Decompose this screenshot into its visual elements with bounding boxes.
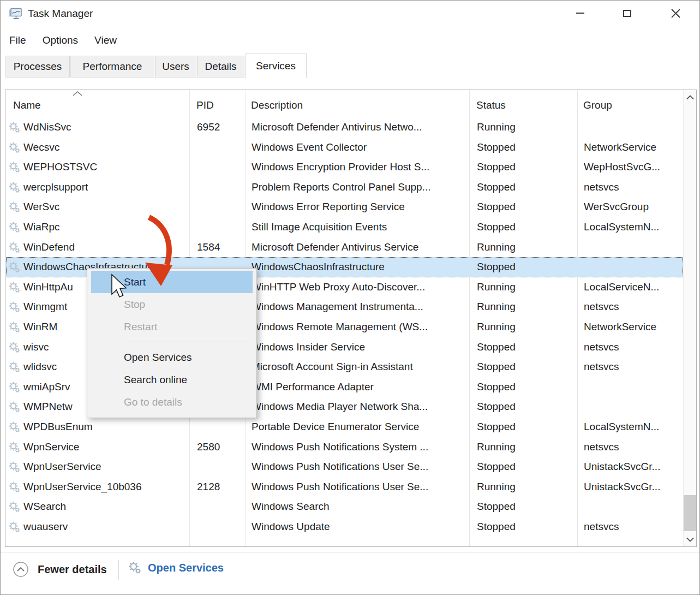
table-row[interactable]: WpnUserServiceWindows Push Notifications… [6, 457, 683, 477]
tab-bar: Processes Performance Users Details Serv… [1, 53, 699, 78]
service-description: Windows Search [252, 497, 469, 517]
vertical-scrollbar[interactable] [683, 90, 696, 546]
menu-item-file[interactable]: File [9, 34, 26, 46]
table-row[interactable]: WerSvcWindows Error Reporting ServiceSto… [6, 197, 683, 217]
service-status: Stopped [477, 138, 575, 158]
service-description: Portable Device Enumerator Service [252, 417, 469, 437]
tab-performance[interactable]: Performance [70, 56, 154, 78]
service-pid [197, 217, 243, 237]
table-row[interactable]: WEPHOSTSVCWindows Encryption Provider Ho… [6, 157, 683, 177]
service-pid [197, 517, 243, 537]
table-row[interactable]: WPDBusEnumPortable Device Enumerator Ser… [6, 417, 683, 437]
table-row[interactable]: WSearchWindows SearchStopped [6, 497, 683, 517]
open-services-link[interactable]: Open Services [128, 561, 224, 574]
service-status: Running [477, 277, 575, 297]
gear-icon [9, 357, 22, 377]
service-pid [197, 417, 243, 437]
column-header-name[interactable]: Name [13, 90, 41, 117]
table-row[interactable]: wuauservWindows UpdateStoppednetsvcs [6, 517, 683, 537]
service-status: Running [477, 297, 575, 317]
service-name: WerSvc [23, 197, 187, 217]
context-menu-item-search-online[interactable]: Search online [91, 368, 253, 391]
menu-item-view[interactable]: View [94, 34, 117, 46]
service-name: wercplsupport [23, 177, 187, 198]
task-manager-app-icon [8, 7, 22, 21]
sort-ascending-icon [72, 91, 83, 97]
gear-icon [9, 197, 22, 217]
footer-divider [118, 560, 119, 580]
service-group: netsvcs [584, 357, 682, 377]
open-services-label: Open Services [148, 562, 224, 574]
gear-icon [9, 517, 22, 537]
service-group [584, 397, 682, 417]
fewer-details-button[interactable]: Fewer details [13, 561, 107, 578]
gear-icon [9, 437, 22, 457]
gear-icon [9, 297, 22, 317]
gear-icon [9, 217, 22, 237]
tab-services[interactable]: Services [245, 53, 307, 78]
service-name: WinDefend [23, 237, 187, 258]
context-menu-item-start[interactable]: Start [91, 271, 253, 293]
context-menu-item-go-to-details: Go to details [91, 391, 253, 413]
service-status: Stopped [477, 397, 575, 417]
table-row[interactable]: WpnService2580Windows Push Notifications… [6, 437, 683, 457]
service-description: Windows Insider Service [252, 337, 469, 358]
table-row[interactable]: WdNisSvc6952Microsoft Defender Antivirus… [6, 117, 683, 138]
service-group: UnistackSvcGr... [584, 457, 682, 477]
service-group: NetworkService [584, 138, 682, 158]
menu-item-options[interactable]: Options [43, 34, 78, 46]
gear-icon [9, 397, 22, 417]
gear-icon [9, 117, 22, 138]
service-group: NetworkService [584, 317, 682, 337]
service-group: netsvcs [584, 297, 682, 317]
service-group: netsvcs [584, 437, 682, 457]
column-header-group[interactable]: Group [583, 90, 612, 117]
service-name: WEPHOSTSVC [23, 157, 187, 177]
table-row[interactable]: wercplsupportProblem Reports Control Pan… [6, 177, 683, 198]
context-menu-item-open-services[interactable]: Open Services [91, 346, 253, 368]
service-name: WpnUserService [23, 457, 187, 477]
service-description: WinHTTP Web Proxy Auto-Discover... [252, 277, 469, 297]
service-status: Running [477, 437, 575, 457]
scroll-down-button[interactable] [684, 532, 696, 546]
service-group: UnistackSvcGr... [584, 477, 682, 497]
gear-icon [9, 377, 22, 397]
column-header-pid[interactable]: PID [196, 90, 214, 117]
gear-icon [9, 497, 22, 517]
close-button[interactable] [663, 4, 688, 22]
gear-icon [9, 157, 22, 177]
service-group: netsvcs [584, 517, 682, 537]
service-status: Running [477, 477, 575, 497]
gear-icon [9, 138, 22, 158]
scroll-up-button[interactable] [684, 90, 696, 104]
chevron-up-icon [686, 95, 694, 100]
service-description: Windows Error Reporting Service [252, 197, 469, 217]
minimize-button[interactable] [567, 4, 593, 22]
column-header-status[interactable]: Status [476, 90, 506, 117]
service-description: Microsoft Account Sign-in Assistant [252, 357, 469, 377]
chevron-up-circle-icon [13, 561, 29, 578]
window-title: Task Manager [28, 8, 93, 20]
tab-details[interactable]: Details [197, 56, 244, 78]
service-description: Windows Event Collector [252, 138, 469, 158]
table-row[interactable]: WiaRpcStill Image Acquisition EventsStop… [6, 217, 683, 237]
table-row[interactable]: WpnUserService_10b0362128Windows Push No… [6, 477, 683, 497]
table-row[interactable]: WecsvcWindows Event CollectorStoppedNetw… [6, 138, 683, 158]
service-description: Windows Push Notifications User Se... [252, 457, 469, 477]
service-description: Windows Encryption Provider Host S... [252, 157, 469, 177]
service-group: LocalServiceN... [584, 277, 682, 297]
service-pid: 1584 [197, 237, 243, 258]
service-pid [197, 138, 243, 158]
column-header-description[interactable]: Description [251, 90, 303, 117]
tab-users[interactable]: Users [155, 56, 196, 78]
service-name: WdNisSvc [23, 117, 187, 138]
fewer-details-label: Fewer details [38, 563, 107, 576]
scrollbar-thumb[interactable] [684, 495, 696, 531]
table-row[interactable]: WinDefend1584Microsoft Defender Antiviru… [6, 237, 683, 258]
service-name: WSearch [23, 497, 187, 517]
gear-icon [9, 317, 22, 337]
service-description: Windows Push Notifications System ... [252, 437, 469, 457]
maximize-button[interactable] [614, 4, 639, 22]
title-bar: Task Manager [1, 1, 699, 27]
tab-processes[interactable]: Processes [5, 56, 70, 78]
